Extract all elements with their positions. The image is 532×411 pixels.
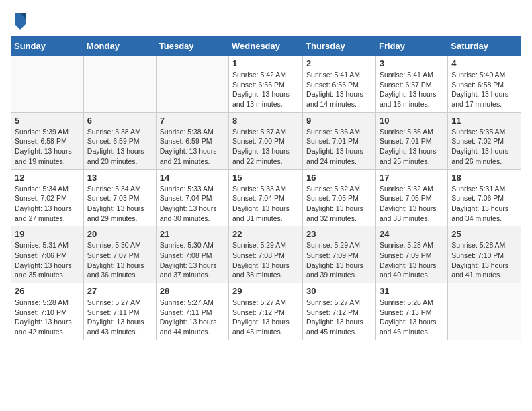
calendar-cell: 27Sunrise: 5:27 AMSunset: 7:11 PMDayligh… [83, 283, 156, 340]
calendar-cell: 4Sunrise: 5:40 AMSunset: 6:58 PMDaylight… [448, 56, 521, 113]
day-content: Sunrise: 5:34 AMSunset: 7:02 PMDaylight:… [15, 184, 80, 224]
day-content: Sunrise: 5:34 AMSunset: 7:03 PMDaylight:… [87, 184, 152, 224]
calendar-cell: 6Sunrise: 5:38 AMSunset: 6:59 PMDaylight… [83, 112, 156, 169]
calendar-cell [11, 56, 84, 113]
day-number: 5 [15, 116, 80, 126]
calendar-cell: 7Sunrise: 5:38 AMSunset: 6:59 PMDaylight… [156, 112, 228, 169]
day-number: 8 [232, 116, 299, 126]
calendar-cell: 21Sunrise: 5:30 AMSunset: 7:08 PMDayligh… [156, 226, 228, 283]
day-content: Sunrise: 5:31 AMSunset: 7:06 PMDaylight:… [15, 240, 80, 280]
day-header-tuesday: Tuesday [156, 37, 228, 56]
day-content: Sunrise: 5:27 AMSunset: 7:11 PMDaylight:… [160, 298, 225, 337]
calendar-cell: 12Sunrise: 5:34 AMSunset: 7:02 PMDayligh… [11, 169, 84, 226]
calendar-cell: 18Sunrise: 5:31 AMSunset: 7:06 PMDayligh… [448, 169, 521, 226]
calendar-cell: 22Sunrise: 5:29 AMSunset: 7:08 PMDayligh… [229, 226, 303, 283]
day-number: 18 [451, 173, 517, 183]
day-content: Sunrise: 5:42 AMSunset: 6:56 PMDaylight:… [232, 70, 299, 109]
logo [11, 11, 28, 30]
calendar-cell: 20Sunrise: 5:30 AMSunset: 7:07 PMDayligh… [83, 226, 156, 283]
day-number: 4 [451, 58, 517, 68]
day-content: Sunrise: 5:26 AMSunset: 7:13 PMDaylight:… [380, 298, 444, 337]
day-content: Sunrise: 5:41 AMSunset: 6:57 PMDaylight:… [380, 70, 444, 109]
calendar-cell: 3Sunrise: 5:41 AMSunset: 6:57 PMDaylight… [375, 56, 447, 113]
day-content: Sunrise: 5:30 AMSunset: 7:08 PMDaylight:… [160, 240, 225, 280]
calendar-cell: 23Sunrise: 5:29 AMSunset: 7:09 PMDayligh… [303, 226, 376, 283]
day-number: 16 [306, 173, 372, 183]
day-content: Sunrise: 5:29 AMSunset: 7:08 PMDaylight:… [232, 240, 299, 280]
day-number: 13 [87, 173, 152, 183]
calendar-cell: 26Sunrise: 5:28 AMSunset: 7:10 PMDayligh… [11, 283, 84, 340]
calendar-cell [448, 283, 521, 340]
day-header-thursday: Thursday [303, 37, 376, 56]
calendar-cell: 8Sunrise: 5:37 AMSunset: 7:00 PMDaylight… [229, 112, 303, 169]
day-header-friday: Friday [375, 37, 447, 56]
day-content: Sunrise: 5:33 AMSunset: 7:04 PMDaylight:… [232, 184, 299, 224]
day-header-monday: Monday [83, 37, 156, 56]
day-number: 28 [160, 286, 225, 296]
calendar-cell [83, 56, 156, 113]
day-number: 6 [87, 116, 152, 126]
day-number: 7 [160, 116, 225, 126]
calendar-cell: 24Sunrise: 5:28 AMSunset: 7:09 PMDayligh… [375, 226, 447, 283]
calendar-week-row: 26Sunrise: 5:28 AMSunset: 7:10 PMDayligh… [11, 283, 521, 340]
day-content: Sunrise: 5:31 AMSunset: 7:06 PMDaylight:… [451, 184, 517, 224]
day-number: 3 [380, 58, 444, 68]
day-content: Sunrise: 5:35 AMSunset: 7:02 PMDaylight:… [451, 127, 517, 167]
day-content: Sunrise: 5:28 AMSunset: 7:09 PMDaylight:… [380, 240, 444, 280]
day-number: 29 [232, 286, 299, 296]
day-content: Sunrise: 5:32 AMSunset: 7:05 PMDaylight:… [380, 184, 444, 224]
calendar-cell: 25Sunrise: 5:28 AMSunset: 7:10 PMDayligh… [448, 226, 521, 283]
day-content: Sunrise: 5:27 AMSunset: 7:12 PMDaylight:… [232, 298, 299, 337]
day-number: 12 [15, 173, 80, 183]
day-number: 9 [306, 116, 372, 126]
day-number: 17 [380, 173, 444, 183]
day-number: 10 [380, 116, 444, 126]
day-content: Sunrise: 5:27 AMSunset: 7:12 PMDaylight:… [306, 298, 372, 337]
calendar-cell: 19Sunrise: 5:31 AMSunset: 7:06 PMDayligh… [11, 226, 84, 283]
day-number: 24 [380, 229, 444, 239]
day-number: 11 [451, 116, 517, 126]
day-content: Sunrise: 5:38 AMSunset: 6:59 PMDaylight:… [160, 127, 225, 167]
calendar-cell: 13Sunrise: 5:34 AMSunset: 7:03 PMDayligh… [83, 169, 156, 226]
day-content: Sunrise: 5:28 AMSunset: 7:10 PMDaylight:… [451, 240, 517, 280]
day-number: 26 [15, 286, 80, 296]
day-number: 15 [232, 173, 299, 183]
day-number: 27 [87, 286, 152, 296]
day-content: Sunrise: 5:39 AMSunset: 6:58 PMDaylight:… [15, 127, 80, 167]
calendar-week-row: 12Sunrise: 5:34 AMSunset: 7:02 PMDayligh… [11, 169, 521, 226]
calendar-cell: 5Sunrise: 5:39 AMSunset: 6:58 PMDaylight… [11, 112, 84, 169]
day-content: Sunrise: 5:28 AMSunset: 7:10 PMDaylight:… [15, 298, 80, 337]
calendar-cell: 29Sunrise: 5:27 AMSunset: 7:12 PMDayligh… [229, 283, 303, 340]
calendar-cell: 28Sunrise: 5:27 AMSunset: 7:11 PMDayligh… [156, 283, 228, 340]
day-header-wednesday: Wednesday [229, 37, 303, 56]
day-content: Sunrise: 5:40 AMSunset: 6:58 PMDaylight:… [451, 70, 517, 109]
day-content: Sunrise: 5:41 AMSunset: 6:56 PMDaylight:… [306, 70, 372, 109]
day-content: Sunrise: 5:30 AMSunset: 7:07 PMDaylight:… [87, 240, 152, 280]
calendar-cell: 10Sunrise: 5:36 AMSunset: 7:01 PMDayligh… [375, 112, 447, 169]
day-content: Sunrise: 5:36 AMSunset: 7:01 PMDaylight:… [380, 127, 444, 167]
calendar-table: SundayMondayTuesdayWednesdayThursdayFrid… [11, 36, 521, 340]
day-content: Sunrise: 5:33 AMSunset: 7:04 PMDaylight:… [160, 184, 225, 224]
day-number: 19 [15, 229, 80, 239]
day-content: Sunrise: 5:27 AMSunset: 7:11 PMDaylight:… [87, 298, 152, 337]
day-number: 20 [87, 229, 152, 239]
calendar-week-row: 19Sunrise: 5:31 AMSunset: 7:06 PMDayligh… [11, 226, 521, 283]
day-content: Sunrise: 5:32 AMSunset: 7:05 PMDaylight:… [306, 184, 372, 224]
day-number: 22 [232, 229, 299, 239]
calendar-cell: 9Sunrise: 5:36 AMSunset: 7:01 PMDaylight… [303, 112, 376, 169]
calendar-header-row: SundayMondayTuesdayWednesdayThursdayFrid… [11, 37, 521, 56]
calendar-cell: 2Sunrise: 5:41 AMSunset: 6:56 PMDaylight… [303, 56, 376, 113]
calendar-cell [156, 56, 228, 113]
calendar-cell: 17Sunrise: 5:32 AMSunset: 7:05 PMDayligh… [375, 169, 447, 226]
calendar-week-row: 5Sunrise: 5:39 AMSunset: 6:58 PMDaylight… [11, 112, 521, 169]
day-header-sunday: Sunday [11, 37, 84, 56]
calendar-cell: 1Sunrise: 5:42 AMSunset: 6:56 PMDaylight… [229, 56, 303, 113]
calendar-cell: 30Sunrise: 5:27 AMSunset: 7:12 PMDayligh… [303, 283, 376, 340]
day-number: 31 [380, 286, 444, 296]
day-content: Sunrise: 5:36 AMSunset: 7:01 PMDaylight:… [306, 127, 372, 167]
calendar-cell: 11Sunrise: 5:35 AMSunset: 7:02 PMDayligh… [448, 112, 521, 169]
day-content: Sunrise: 5:38 AMSunset: 6:59 PMDaylight:… [87, 127, 152, 167]
day-number: 2 [306, 58, 372, 68]
calendar-cell: 16Sunrise: 5:32 AMSunset: 7:05 PMDayligh… [303, 169, 376, 226]
calendar-cell: 14Sunrise: 5:33 AMSunset: 7:04 PMDayligh… [156, 169, 228, 226]
